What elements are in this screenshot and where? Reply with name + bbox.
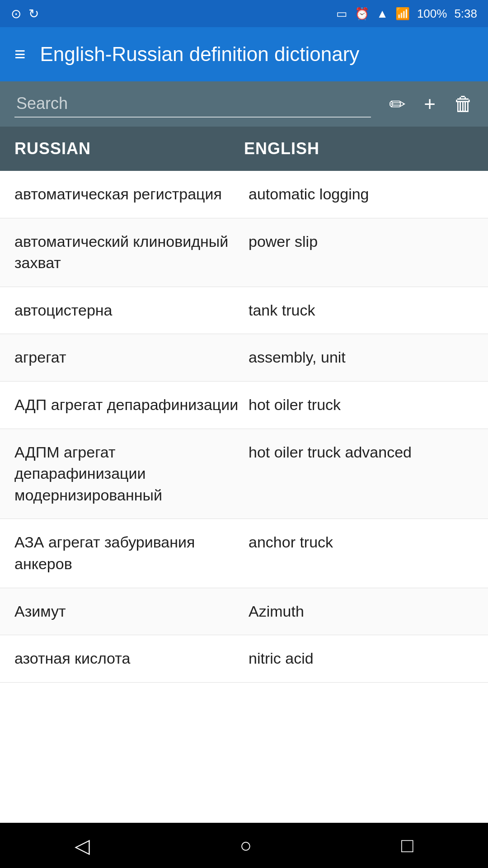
- russian-word: азотная кислота: [14, 648, 249, 670]
- russian-word: АЗА агрегат забуривания анкеров: [14, 532, 249, 575]
- cast-screen-icon: ▭: [336, 7, 347, 21]
- russian-word: АДПМ агрегат депарафинизации модернизиро…: [14, 442, 249, 506]
- english-word: automatic logging: [249, 184, 474, 205]
- delete-icon[interactable]: 🗑: [454, 93, 474, 115]
- russian-word: автоматическая регистрация: [14, 184, 249, 205]
- battery-level: 100%: [417, 7, 447, 21]
- table-row[interactable]: АЗА агрегат забуривания анкеров anchor t…: [0, 519, 488, 588]
- toolbar-icons: ✏ + 🗑: [389, 93, 474, 116]
- english-word: assembly, unit: [249, 347, 474, 368]
- english-word: power slip: [249, 231, 474, 253]
- table-row[interactable]: автоматический клиновидный захват power …: [0, 218, 488, 287]
- search-input[interactable]: [14, 90, 371, 118]
- app-title: English-Russian definition dictionary: [40, 43, 477, 66]
- column-header-english: English: [244, 139, 474, 158]
- russian-word: автоматический клиновидный захват: [14, 231, 249, 274]
- sync-icon: ↻: [28, 6, 39, 21]
- time-display: 5:38: [454, 7, 477, 21]
- table-row[interactable]: Азимут Azimuth: [0, 588, 488, 636]
- table-row[interactable]: азотная кислота nitric acid: [0, 635, 488, 683]
- recent-apps-button[interactable]: □: [383, 827, 432, 864]
- nav-bar: ◁ ○ □: [0, 823, 488, 868]
- search-bar: ✏ + 🗑: [0, 81, 488, 127]
- english-word: anchor truck: [249, 532, 474, 553]
- edit-icon[interactable]: ✏: [389, 93, 406, 116]
- russian-word: АДП агрегат депарафинизации: [14, 394, 249, 416]
- signal-icon: 📶: [395, 7, 410, 21]
- home-button[interactable]: ○: [221, 827, 270, 864]
- english-word: nitric acid: [249, 648, 474, 670]
- russian-word: агрегат: [14, 347, 249, 368]
- status-bar: ⊙ ↻ ▭ ⏰ ▲ 📶 100% 5:38: [0, 0, 488, 27]
- status-bar-right: ▭ ⏰ ▲ 📶 100% 5:38: [336, 7, 477, 21]
- alarm-icon: ⏰: [355, 7, 369, 21]
- table-row[interactable]: АДПМ агрегат депарафинизации модернизиро…: [0, 429, 488, 519]
- english-word: hot oiler truck advanced: [249, 442, 474, 463]
- wifi-icon: ▲: [376, 7, 388, 21]
- table-row[interactable]: агрегат assembly, unit: [0, 334, 488, 382]
- column-headers: Russian English: [0, 127, 488, 171]
- cast-icon: ⊙: [11, 6, 21, 21]
- english-word: Azimuth: [249, 601, 474, 623]
- russian-word: автоцистерна: [14, 300, 249, 321]
- back-button[interactable]: ◁: [56, 827, 108, 864]
- hamburger-menu-icon[interactable]: ≡: [11, 40, 29, 69]
- russian-word: Азимут: [14, 601, 249, 623]
- dictionary-list: автоматическая регистрация automatic log…: [0, 171, 488, 823]
- english-word: tank truck: [249, 300, 474, 321]
- table-row[interactable]: автоцистерна tank truck: [0, 287, 488, 335]
- add-icon[interactable]: +: [424, 93, 436, 115]
- app-bar: ≡ English-Russian definition dictionary: [0, 27, 488, 81]
- status-bar-left: ⊙ ↻: [11, 6, 39, 21]
- table-row[interactable]: АДП агрегат депарафинизации hot oiler tr…: [0, 382, 488, 429]
- column-header-russian: Russian: [14, 139, 244, 158]
- table-row[interactable]: автоматическая регистрация automatic log…: [0, 171, 488, 218]
- english-word: hot oiler truck: [249, 394, 474, 416]
